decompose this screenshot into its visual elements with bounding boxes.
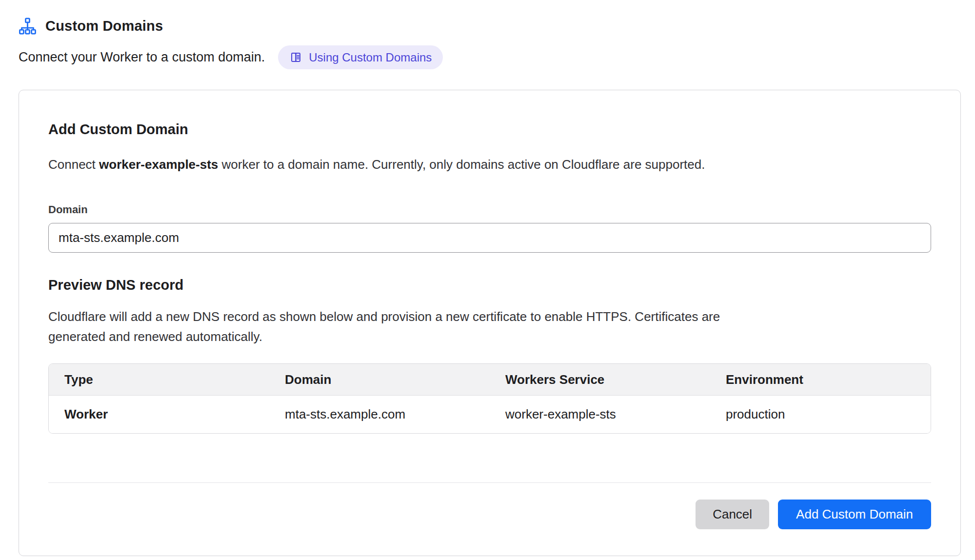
worker-name: worker-example-sts (99, 157, 218, 172)
table-row: Worker mta-sts.example.com worker-exampl… (49, 396, 931, 433)
cell-type: Worker (49, 396, 269, 433)
page-title: Custom Domains (45, 18, 163, 34)
page-header: Custom Domains Connect your Worker to a … (19, 15, 961, 69)
card-description-suffix: worker to a domain name. Currently, only… (218, 157, 705, 172)
domain-label: Domain (48, 203, 931, 216)
domain-input[interactable] (48, 223, 931, 253)
title-row: Custom Domains (19, 15, 961, 37)
column-header-workers-service: Workers Service (490, 364, 710, 396)
page-subtitle: Connect your Worker to a custom domain. (19, 50, 265, 65)
footer-divider (48, 482, 931, 483)
add-custom-domain-button[interactable]: Add Custom Domain (778, 500, 931, 529)
preview-dns-heading: Preview DNS record (48, 277, 931, 293)
table-header: Type Domain Workers Service Environment (49, 364, 931, 396)
open-book-icon (289, 51, 302, 64)
dns-preview-table: Type Domain Workers Service Environment … (48, 363, 931, 434)
sitemap-icon (19, 17, 37, 35)
card-heading: Add Custom Domain (48, 121, 931, 138)
custom-domains-page: Custom Domains Connect your Worker to a … (0, 0, 975, 556)
card-description-prefix: Connect (48, 157, 99, 172)
table-body: Worker mta-sts.example.com worker-exampl… (49, 396, 931, 433)
column-header-domain: Domain (269, 364, 490, 396)
card-description: Connect worker-example-sts worker to a d… (48, 157, 931, 172)
table-header-row: Type Domain Workers Service Environment (49, 364, 931, 396)
column-header-environment: Environment (710, 364, 931, 396)
subtitle-row: Connect your Worker to a custom domain. … (19, 45, 961, 69)
docs-link-using-custom-domains[interactable]: Using Custom Domains (278, 45, 443, 69)
add-custom-domain-card: Add Custom Domain Connect worker-example… (19, 90, 961, 556)
cell-workers-service: worker-example-sts (490, 396, 710, 433)
actions-row: Cancel Add Custom Domain (48, 500, 931, 529)
column-header-type: Type (49, 364, 269, 396)
cancel-button[interactable]: Cancel (696, 500, 769, 529)
cell-environment: production (710, 396, 931, 433)
preview-dns-description: Cloudflare will add a new DNS record as … (48, 307, 760, 347)
cell-domain: mta-sts.example.com (269, 396, 490, 433)
docs-link-label: Using Custom Domains (309, 52, 432, 63)
